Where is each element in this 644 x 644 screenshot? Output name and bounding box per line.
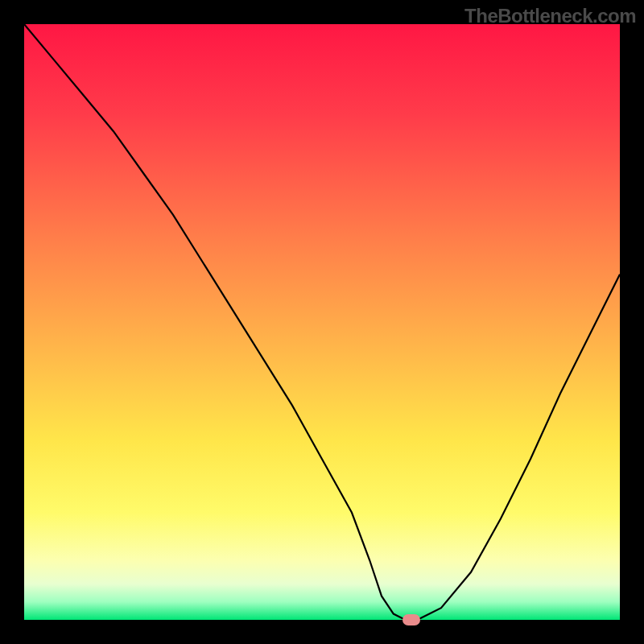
plot-area	[24, 24, 620, 620]
watermark-text: TheBottleneck.com	[464, 5, 636, 27]
chart-container: TheBottleneck.com	[0, 0, 644, 644]
optimal-marker	[402, 614, 420, 625]
bottleneck-curve	[24, 24, 620, 620]
